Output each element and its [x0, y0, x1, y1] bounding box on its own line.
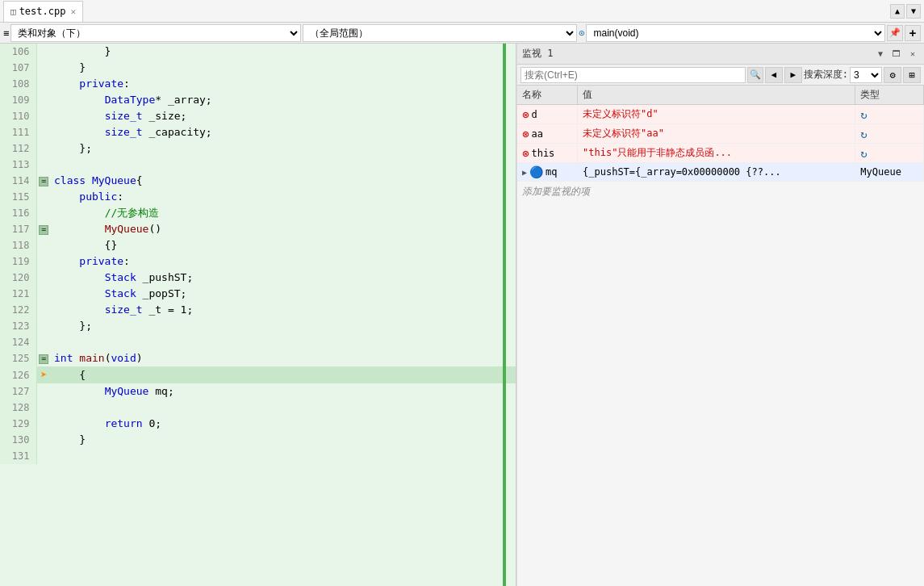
line-number: 122	[0, 302, 36, 318]
code-line[interactable]: public:	[51, 189, 516, 205]
line-number: 129	[0, 416, 36, 432]
error-icon: ⊗	[522, 147, 529, 160]
watch-depth-select[interactable]: 3 1 2 4 5	[850, 67, 882, 83]
code-line[interactable]: }	[51, 432, 516, 448]
gutter-arrow	[36, 318, 51, 334]
watch-close-btn[interactable]: ✕	[906, 48, 919, 61]
table-row: 113	[0, 157, 516, 173]
code-line[interactable]: int main(void)	[51, 350, 516, 366]
watch-name-cell[interactable]: ▶ 🔵 mq	[517, 163, 578, 182]
code-line[interactable]: }	[51, 60, 516, 76]
code-line[interactable]: private:	[51, 76, 516, 92]
table-row: 107 }	[0, 60, 516, 76]
gutter-arrow	[36, 237, 51, 253]
code-line[interactable]	[51, 448, 516, 464]
scope-select[interactable]: （全局范围）	[303, 24, 577, 42]
code-editor[interactable]: 106 } 107 } 108 private:	[0, 44, 516, 586]
gutter-arrow	[36, 416, 51, 432]
watch-name-aa: aa	[531, 128, 542, 140]
line-number: 121	[0, 286, 36, 302]
gutter-arrow	[36, 383, 51, 400]
class-select[interactable]: 类和对象（下）	[10, 24, 301, 42]
watch-row-mq: ▶ 🔵 mq {_pushST={_array=0x00000000 {??..…	[517, 163, 924, 182]
file-tab[interactable]: ◫ test.cpp ✕	[3, 1, 83, 22]
add-btn[interactable]: +	[905, 25, 921, 41]
code-line[interactable]: Stack _popST;	[51, 286, 516, 302]
line-number: 119	[0, 253, 36, 270]
col-name-header: 名称	[517, 86, 578, 105]
code-line[interactable]: private:	[51, 253, 516, 270]
gutter-arrow	[36, 302, 51, 318]
watch-refresh-this[interactable]: ↻	[860, 147, 867, 160]
code-line[interactable]: class MyQueue{	[51, 173, 516, 189]
watch-dropdown-btn[interactable]: ▼	[874, 48, 887, 61]
code-line[interactable]	[51, 400, 516, 416]
code-line[interactable]: size_t _size;	[51, 108, 516, 124]
watch-refresh-aa[interactable]: ↻	[860, 128, 867, 140]
gutter-arrow	[36, 400, 51, 416]
table-row: 115 public:	[0, 189, 516, 205]
watch-panel: 监视 1 ▼ 🗖 ✕ 🔍 ◀ ▶ 搜索深度: 3 1 2 4 5 ⚙ ⊞	[516, 44, 924, 586]
code-line[interactable]: MyQueue()	[51, 221, 516, 237]
table-row: 117 = MyQueue()	[0, 221, 516, 237]
watch-restore-btn[interactable]: 🗖	[890, 48, 903, 61]
watch-row-aa: ⊗ aa 未定义标识符"aa" ↻	[517, 124, 924, 144]
class-icon: ≡	[3, 27, 9, 39]
watch-action-btn1[interactable]: ⚙	[884, 67, 901, 83]
watch-nav-forward-btn[interactable]: ▶	[784, 67, 802, 83]
watch-value-cell-mq: {_pushST={_array=0x00000000 {??...	[578, 163, 855, 182]
func-icon: ⊙	[579, 27, 584, 39]
func-select[interactable]: main(void)	[586, 24, 885, 42]
watch-search-input[interactable]	[521, 67, 746, 83]
fold-marker[interactable]: =	[39, 225, 48, 235]
title-bar: ◫ test.cpp ✕ ▲ ▼	[0, 0, 924, 23]
watch-name-cell[interactable]: ⊗ this	[517, 144, 578, 163]
watch-refresh-d[interactable]: ↻	[860, 108, 867, 121]
code-line[interactable]: };	[51, 318, 516, 334]
code-line[interactable]: //无参构造	[51, 205, 516, 221]
watch-name-cell[interactable]: ⊗ aa	[517, 124, 578, 144]
code-line[interactable]: {	[51, 366, 516, 383]
code-table: 106 } 107 } 108 private:	[0, 44, 516, 464]
code-line[interactable]: }	[51, 44, 516, 60]
expand-arrow-mq[interactable]: ▶	[522, 168, 527, 177]
watch-name-cell[interactable]: ⊗ d	[517, 105, 578, 124]
line-number: 127	[0, 383, 36, 400]
tab-close-btn[interactable]: ✕	[70, 6, 76, 17]
file-tab-icon: ◫	[10, 6, 16, 17]
code-line[interactable]: size_t _t = 1;	[51, 302, 516, 318]
line-number: 109	[0, 92, 36, 108]
code-line[interactable]: size_t _capacity;	[51, 124, 516, 140]
line-number: 107	[0, 60, 36, 76]
code-line[interactable]: {}	[51, 237, 516, 253]
code-line[interactable]: };	[51, 140, 516, 157]
code-line[interactable]	[51, 334, 516, 350]
watch-panel-title: 监视 1	[522, 47, 871, 61]
table-row: 108 private:	[0, 76, 516, 92]
pin-btn[interactable]: 📌	[887, 25, 903, 41]
gutter-arrow	[36, 205, 51, 221]
table-row: 120 Stack _pushST;	[0, 270, 516, 286]
code-line[interactable]: DataType* _array;	[51, 92, 516, 108]
line-number: 115	[0, 189, 36, 205]
gutter-arrow	[36, 448, 51, 464]
watch-nav-back-btn[interactable]: ◀	[765, 67, 783, 83]
gutter-arrow	[36, 44, 51, 60]
code-line[interactable]: Stack _pushST;	[51, 270, 516, 286]
watch-search-btn[interactable]: 🔍	[747, 67, 763, 83]
gutter-arrow	[36, 60, 51, 76]
watch-action-btn2[interactable]: ⊞	[903, 67, 921, 83]
watch-value-this: "this"只能用于非静态成员函...	[583, 147, 732, 158]
table-row: 106 }	[0, 44, 516, 60]
watch-add-item[interactable]: 添加要监视的项	[517, 182, 924, 202]
fold-marker[interactable]: =	[39, 354, 48, 364]
arrow-down-btn[interactable]: ▼	[906, 4, 921, 19]
code-line[interactable]	[51, 157, 516, 173]
code-line[interactable]: MyQueue mq;	[51, 383, 516, 400]
fold-marker[interactable]: =	[39, 177, 48, 186]
object-icon-mq: 🔵	[529, 165, 543, 178]
watch-type-mq: MyQueue	[860, 166, 901, 178]
gutter-arrow	[36, 432, 51, 448]
arrow-up-btn[interactable]: ▲	[890, 4, 905, 19]
code-line[interactable]: return 0;	[51, 416, 516, 432]
